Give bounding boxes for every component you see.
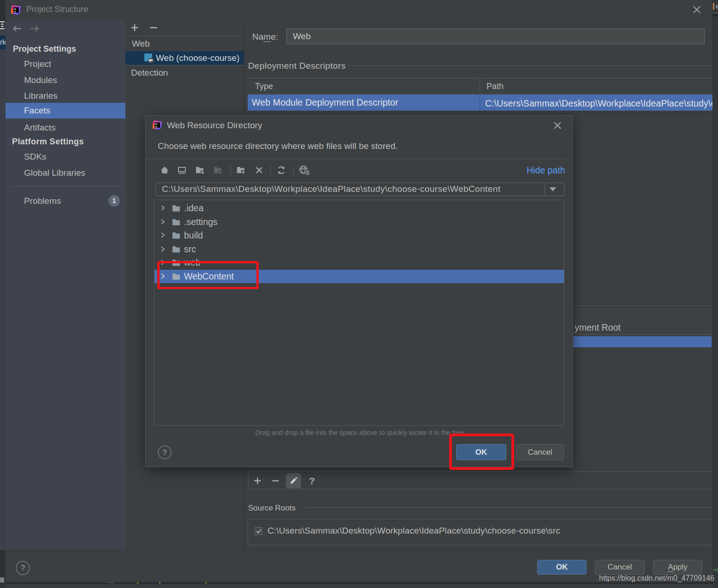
svg-text:IJ: IJ [14,8,16,11]
svg-text:IJ: IJ [155,123,157,125]
